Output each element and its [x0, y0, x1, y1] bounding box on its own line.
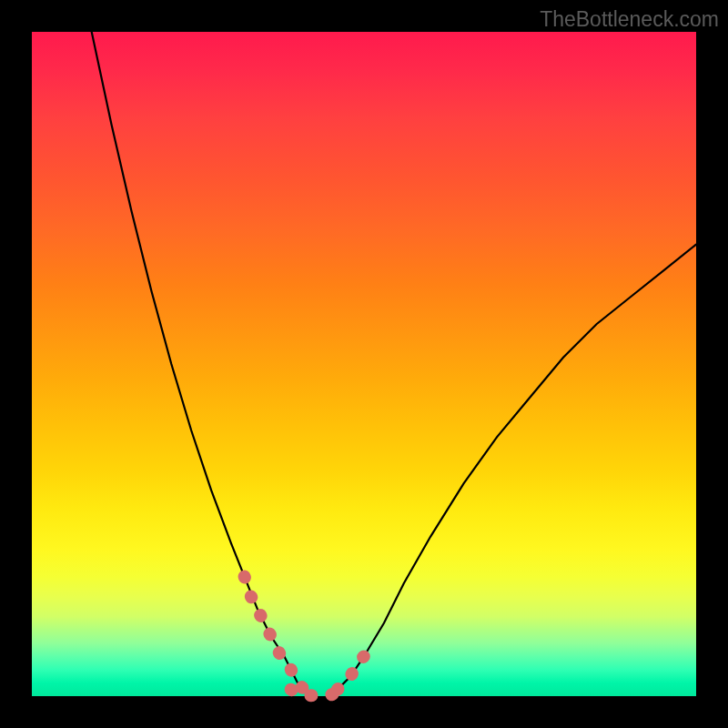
highlight-right-path [338, 643, 371, 690]
left-curve-path [92, 32, 305, 690]
curve-group [92, 32, 696, 695]
chart-svg-overlay [32, 32, 696, 696]
chart-plot-area [32, 32, 696, 696]
watermark-text: TheBottleneck.com [540, 7, 719, 32]
right-curve-path [338, 245, 696, 690]
highlight-left-path [245, 577, 305, 690]
